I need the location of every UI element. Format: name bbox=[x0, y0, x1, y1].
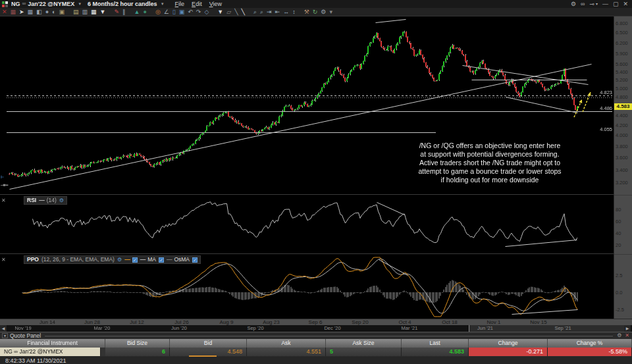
panel-icon[interactable]: ▥ bbox=[82, 8, 88, 16]
redo-icon[interactable]: ↷ bbox=[196, 8, 201, 16]
rsi-indicator-label[interactable]: RSI — (14) ⚙ bbox=[24, 196, 67, 205]
ppo-line-swatch: — bbox=[124, 256, 130, 263]
rect-tool-icon[interactable]: ▯ bbox=[172, 8, 176, 16]
ppo-indicator-label[interactable]: PPO (12, 26, 9 - EMA, EMA, EMA) ⚙ — ✓ — … bbox=[24, 255, 201, 264]
timeframe-dropdown-icon[interactable]: ▼ bbox=[161, 0, 165, 8]
layout-grid-icon[interactable]: ▦ bbox=[11, 8, 16, 16]
expand-horizontal-icon[interactable]: ↔ bbox=[283, 8, 289, 16]
quote-header-ask[interactable]: Ask bbox=[247, 339, 326, 348]
pin-dropdown-icon[interactable]: ▾ bbox=[596, 0, 598, 8]
quote-header-instrument[interactable]: Financial Instrument bbox=[0, 339, 105, 348]
triangle-tool-icon[interactable]: ▲ bbox=[134, 8, 140, 16]
rect-filled-tool-icon[interactable]: ▣ bbox=[179, 8, 185, 16]
quote-value-bid_size[interactable]: 6 bbox=[105, 348, 170, 356]
scroll-right-arrow[interactable]: ▶ bbox=[624, 325, 631, 332]
contrast-icon[interactable]: ◐ bbox=[52, 8, 55, 16]
time-axis-label: Jun 28 bbox=[84, 319, 100, 325]
more-dropdown-icon[interactable]: ▾ bbox=[329, 8, 332, 16]
scrollbar-label: Mar '21 bbox=[402, 325, 418, 332]
ppo-param: (12, 26, 9 - EMA, EMA, EMA) bbox=[41, 256, 115, 263]
polygon-tool-icon[interactable]: ◇ bbox=[204, 8, 209, 16]
chart-style-icon[interactable]: ▱ bbox=[226, 8, 231, 16]
maximize-icon[interactable]: ▢ bbox=[613, 0, 619, 8]
tools-hammer-icon[interactable]: ⚒ bbox=[304, 8, 309, 16]
target-tool-icon[interactable]: ◎ bbox=[155, 8, 161, 16]
rsi-settings-icon[interactable]: ⚙ bbox=[59, 197, 64, 204]
ppo-checkbox[interactable]: ✓ bbox=[132, 257, 138, 263]
ppo-ma-checkbox[interactable]: ✓ bbox=[159, 257, 164, 263]
quote-row[interactable]: NG ∞ Jan'22 @NYMEX64.5484.55154.583-0.27… bbox=[0, 348, 632, 356]
snapshot-icon[interactable]: ▣ bbox=[59, 8, 65, 16]
link-icon[interactable]: ∞ bbox=[581, 0, 585, 8]
menu-view[interactable]: View bbox=[209, 1, 222, 7]
volume-bars-icon[interactable]: ∥ bbox=[122, 8, 126, 16]
quote-panel-close-icon[interactable]: ✕ bbox=[625, 332, 629, 339]
contract-label[interactable]: Jan'22 @NYMEX bbox=[28, 0, 74, 8]
filter-icon[interactable]: ▼ bbox=[100, 8, 106, 16]
rsi-axis-tick: 80 bbox=[616, 207, 621, 213]
quote-header-change[interactable]: Change bbox=[469, 339, 548, 348]
grid-icon[interactable]: ▦ bbox=[28, 8, 34, 16]
symbol-label[interactable]: NG bbox=[11, 0, 20, 8]
draw-pencil-icon[interactable]: ✎ bbox=[115, 8, 120, 16]
settings-wrench-icon[interactable]: ⚙ bbox=[321, 8, 326, 16]
quote-value-change_pct[interactable]: -5.58% bbox=[548, 348, 632, 356]
timeframe-label[interactable]: 6 Months/2 hour candles bbox=[88, 0, 157, 8]
trendline-active-icon[interactable]: ╲ bbox=[242, 8, 245, 16]
quote-value-ask_size[interactable]: 5 bbox=[326, 348, 402, 356]
scrollbar-label: Sep '20 bbox=[247, 325, 263, 332]
quote-panel-settings-icon[interactable]: ⚙ bbox=[617, 332, 621, 339]
quote-header-last[interactable]: Last bbox=[402, 339, 469, 348]
time-scrollbar[interactable]: Nov '19Mar '20Jun '20Sep '20Dec '20Mar '… bbox=[0, 325, 632, 332]
time-axis[interactable]: Jun 14Jun 28Jul 12Jul 26Aug 9Aug 23Sep 6… bbox=[0, 319, 632, 325]
quote-value-change[interactable]: -0.271 bbox=[469, 348, 548, 356]
time-axis-label: Aug 9 bbox=[220, 319, 234, 325]
quote-header-ask_size[interactable]: Ask Size bbox=[326, 339, 402, 348]
quote-value-last[interactable]: 4.583 bbox=[402, 348, 469, 356]
pin-icon[interactable]: ⊸ bbox=[589, 0, 594, 8]
grid-white-icon[interactable]: ▦ bbox=[91, 8, 97, 16]
cursor-icon[interactable]: ➤ bbox=[19, 8, 24, 16]
time-axis-label: Nov 1 bbox=[487, 319, 501, 325]
price-axis-tick: 5.900 bbox=[616, 51, 628, 57]
ellipse-tool-icon[interactable]: ● bbox=[143, 8, 146, 16]
price-axis[interactable]: 6.8006.5006.2005.9005.6005.4005.2005.000… bbox=[614, 16, 632, 319]
collapse-right-icon[interactable]: ⇥ bbox=[267, 8, 272, 16]
menu-file[interactable]: File bbox=[175, 1, 185, 7]
fill-icon[interactable]: ◧ bbox=[36, 8, 42, 16]
trendline-tool-icon[interactable]: ╲ bbox=[234, 8, 238, 16]
quote-panel-collapse-icon[interactable]: ▼ bbox=[2, 333, 8, 338]
ppo-close-button[interactable]: ✕ bbox=[1, 257, 6, 263]
close-icon[interactable]: ✕ bbox=[623, 0, 628, 8]
quote-value-ask[interactable]: 4.551 bbox=[247, 348, 326, 356]
zoom-out-icon[interactable]: ⌕ bbox=[260, 8, 263, 16]
settings-icon[interactable]: ⚙ bbox=[571, 0, 576, 8]
menu-edit[interactable]: Edit bbox=[192, 1, 202, 7]
ppo-ma-swatch: — bbox=[140, 256, 145, 263]
close-icon[interactable]: ✕ bbox=[2, 8, 7, 16]
quote-panel-title: Quote Panel bbox=[10, 332, 41, 339]
quote-header-change_pct[interactable]: Change % bbox=[548, 339, 632, 348]
quote-value-instrument[interactable]: NG ∞ Jan'22 @NYMEX bbox=[0, 348, 101, 356]
angle-tool-icon[interactable]: ∠ bbox=[164, 8, 169, 16]
price-marker-icon[interactable]: ⊫ bbox=[1, 175, 4, 180]
ellipse-icon[interactable]: ● bbox=[45, 8, 49, 16]
scroll-left-arrow[interactable]: ◀ bbox=[0, 325, 7, 332]
folder-icon[interactable]: ▤ bbox=[73, 8, 79, 16]
draw-menu-icon[interactable]: ▼ bbox=[217, 8, 223, 16]
undo-icon[interactable]: ↶ bbox=[188, 8, 193, 16]
expand-vertical-icon[interactable]: ↕ bbox=[292, 8, 296, 16]
ppo-osma-checkbox[interactable]: ✓ bbox=[192, 257, 198, 263]
symbol-dropdown-icon[interactable]: ▼ bbox=[78, 0, 82, 8]
refresh-icon[interactable]: ↻ bbox=[313, 8, 318, 16]
zoom-in-icon[interactable]: ⌕ bbox=[253, 8, 257, 16]
price-axis-tick: 3.600 bbox=[616, 155, 628, 161]
ppo-settings-icon[interactable]: ⚙ bbox=[117, 256, 122, 263]
quote-header-bid[interactable]: Bid bbox=[170, 339, 247, 348]
minimize-icon[interactable]: — bbox=[602, 0, 608, 8]
quote-header-bid_size[interactable]: Bid Size bbox=[105, 339, 170, 348]
collapse-left-icon[interactable]: ⇤ bbox=[275, 8, 280, 16]
mini-histogram-icon[interactable]: ▁▄▂ bbox=[1, 182, 8, 186]
rsi-close-button[interactable]: ✕ bbox=[1, 197, 6, 203]
ppo-axis-tick: -2.5 bbox=[616, 307, 624, 313]
